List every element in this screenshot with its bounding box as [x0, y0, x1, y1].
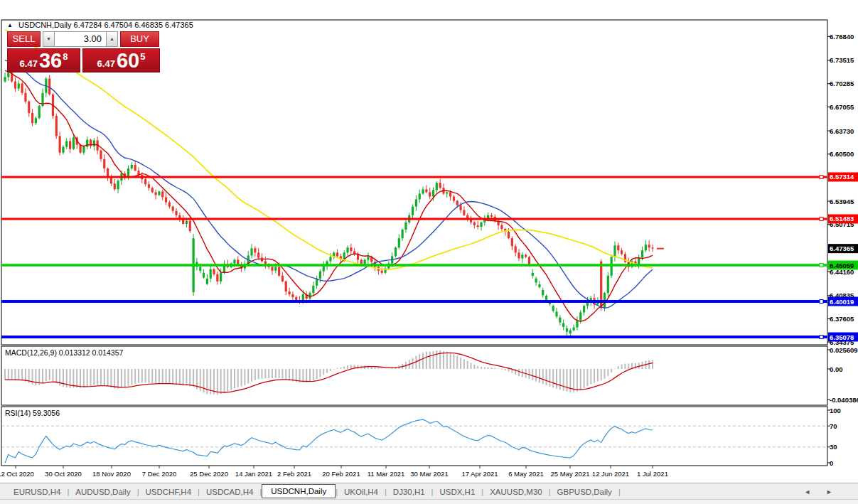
svg-text:6.60500: 6.60500	[830, 150, 854, 158]
hline-handle[interactable]	[820, 336, 823, 339]
rsi-pane	[1, 407, 827, 466]
sell-price-small: 6.47	[20, 58, 38, 69]
chart-tab-xauusd-m30[interactable]: XAUUSD,M30	[483, 486, 549, 498]
hline-handle[interactable]	[820, 300, 823, 304]
svg-text:6.76840: 6.76840	[830, 33, 854, 41]
date-label: 11 Mar 2021	[368, 470, 405, 478]
svg-text:6.47365: 6.47365	[830, 245, 854, 252]
date-label: 25 Dec 2020	[190, 470, 228, 478]
chart-title: ▲ USDCNH,Daily 6.47284 6.47504 6.46835 6…	[7, 21, 193, 29]
chart-tab-usdcad-h4[interactable]: USDCAD,H4	[200, 486, 259, 498]
buy-price-sup: 5	[140, 51, 145, 62]
date-label: 17 Apr 2021	[461, 470, 498, 478]
sell-button[interactable]: SELL	[7, 31, 41, 47]
chart-tab-ukoil-h4[interactable]: UKOil,H4	[338, 486, 385, 498]
hline-handle[interactable]	[820, 175, 823, 178]
date-label: 30 Mar 2021	[410, 470, 448, 478]
volume-decrease-button[interactable]: ▼	[43, 31, 55, 47]
rsi-label: RSI(14) 59.3056	[5, 409, 60, 417]
svg-text:6.40019: 6.40019	[830, 298, 854, 306]
date-label: 30 Oct 2020	[45, 470, 82, 478]
svg-text:0.025609: 0.025609	[830, 346, 858, 354]
svg-text:6.57314: 6.57314	[830, 173, 854, 181]
buy-button[interactable]: BUY	[120, 31, 159, 47]
svg-text:6.67055: 6.67055	[830, 103, 854, 111]
svg-text:6.73515: 6.73515	[830, 56, 854, 64]
bottom-strip	[0, 499, 858, 504]
svg-text:6.35078: 6.35078	[830, 333, 854, 341]
svg-text:6.51483: 6.51483	[830, 215, 854, 222]
date-label: 12 Jun 2021	[592, 470, 629, 478]
sell-price-big: 36	[39, 50, 62, 71]
svg-text:70: 70	[830, 422, 837, 430]
date-label: 20 Feb 2021	[322, 470, 360, 478]
svg-text:0: 0	[830, 459, 833, 467]
svg-text:100: 100	[830, 407, 841, 414]
svg-text:6.37605: 6.37605	[830, 315, 854, 323]
svg-text:-0.040386: -0.040386	[830, 396, 858, 404]
chart-tab-gbpusd-daily[interactable]: GBPUSD,Daily	[551, 486, 618, 498]
date-label: 1 Jul 2021	[637, 470, 668, 478]
chart-tab-audusd-daily[interactable]: AUDUSD,Daily	[69, 486, 136, 498]
date-label: 6 May 2021	[508, 470, 544, 478]
svg-text:30: 30	[830, 443, 837, 451]
buy-price-big: 60	[117, 50, 139, 71]
svg-text:6.70285: 6.70285	[830, 80, 854, 87]
buy-price-box[interactable]: 6.47 60 5	[82, 48, 160, 73]
tab-scroll-arrows[interactable]: ◄►	[804, 488, 848, 495]
tab-separator: |	[618, 488, 621, 496]
chart-title-ohlc: 6.47284 6.47504 6.46835 6.47365	[74, 21, 193, 29]
one-click-trading-panel: SELL ▼ 3.00 ▲ BUY 6.47 36 8 6.47 60 5	[7, 31, 160, 73]
chart-tab-dj30-h1[interactable]: DJ30,H1	[387, 486, 431, 498]
date-label: 2 Feb 2021	[277, 470, 311, 478]
buy-price-small: 6.47	[97, 58, 115, 69]
sell-price-sup: 8	[63, 51, 68, 62]
date-label: 7 Dec 2020	[142, 470, 177, 478]
chart-title-symbol: USDCNH,Daily	[18, 21, 72, 29]
volume-increase-button[interactable]: ▲	[106, 31, 118, 47]
svg-text:6.63730: 6.63730	[830, 127, 854, 135]
chart-tab-usdx-h1[interactable]: USDX,H1	[433, 486, 481, 498]
mt4-terminal: 5M30H1H4D1W1MN 6.768406.735156.702856.67…	[0, 0, 858, 504]
svg-text:6.45059: 6.45059	[830, 262, 854, 269]
date-label: 18 Nov 2020	[92, 470, 131, 478]
svg-text:0.00: 0.00	[830, 365, 843, 373]
svg-text:6.53945: 6.53945	[830, 198, 854, 205]
date-label: 12 Oct 2020	[0, 470, 34, 478]
chart-tab-eurusd-h4[interactable]: EURUSD,H4	[7, 486, 67, 498]
hline-handle[interactable]	[820, 217, 823, 220]
date-label: 14 Jan 2021	[235, 470, 272, 478]
sell-price-box[interactable]: 6.47 36 8	[7, 48, 80, 73]
date-label: 25 May 2021	[551, 470, 590, 478]
collapse-triangle-icon[interactable]: ▲	[7, 22, 13, 28]
volume-input[interactable]: 3.00	[55, 31, 106, 47]
chart-tab-usdchf-h4[interactable]: USDCHF,H4	[139, 486, 198, 498]
chart-tab-usdcnh-daily[interactable]: USDCNH,Daily	[262, 484, 336, 498]
chart-tab-bar: EURUSD,H4|AUDUSD,Daily|USDCHF,H4|USDCAD,…	[0, 483, 858, 500]
macd-label: MACD(12,26,9) 0.013312 0.014357	[5, 348, 123, 357]
hline-handle[interactable]	[820, 264, 823, 267]
